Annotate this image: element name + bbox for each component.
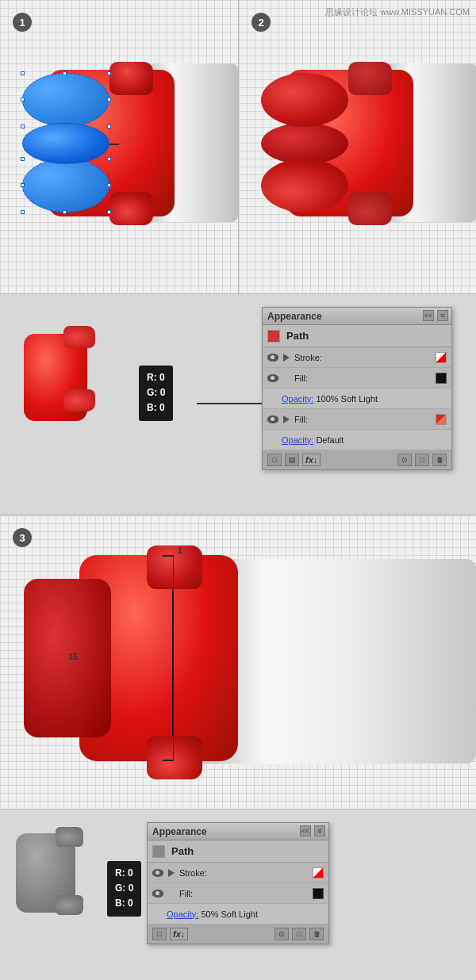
- ap2-opacity-row: Opacity: 50% Soft Light: [148, 904, 328, 924]
- sel-handle-mr: [107, 98, 111, 101]
- preview-ring-bottom-b: [56, 895, 83, 915]
- ap1-header: Appearance << ≡: [263, 308, 451, 325]
- ap1-fill-label-1: Fill:: [294, 373, 436, 383]
- appearance-panel-2: Appearance << ≡ Path Stroke: Fill:: [147, 822, 329, 944]
- ap2-footer-btn-3[interactable]: □: [292, 928, 306, 940]
- red-ring-bottom-2: [348, 192, 392, 225]
- ap2-title: Appearance: [152, 826, 207, 837]
- sel-handle2-tl: [21, 157, 25, 161]
- rgb-r-2: R: 0: [115, 866, 133, 881]
- red-ring-top-2: [348, 62, 392, 95]
- sel-handle-tm: [63, 71, 67, 75]
- ap2-controls[interactable]: << ≡: [300, 825, 325, 836]
- ap1-fill-row-2: Fill:: [263, 409, 451, 430]
- ap2-footer: □ fx↓ ⊙ □ 🗑: [148, 924, 328, 944]
- watermark: 思缘设计论坛 www.MISSYUAN.COM: [325, 6, 470, 18]
- bottom-section: R: 0 G: 0 B: 0 Appearance << ≡ Path Stro…: [0, 809, 476, 980]
- ap1-expand-2[interactable]: [283, 415, 290, 423]
- ap2-header: Appearance << ≡: [148, 823, 328, 840]
- ap1-collapse-btn[interactable]: <<: [423, 310, 434, 321]
- step-3-circle: 3: [13, 528, 32, 547]
- ap2-stroke-swatch[interactable]: [313, 867, 324, 879]
- ap2-eye-2[interactable]: [152, 890, 163, 898]
- ap2-eye-1[interactable]: [152, 869, 163, 877]
- meas-line-v: [173, 555, 174, 761]
- ap2-footer-btn-4[interactable]: 🗑: [309, 928, 324, 940]
- tooltip-connector-1: [197, 403, 268, 404]
- ap2-footer-btn-2[interactable]: ⊙: [274, 928, 289, 940]
- red-side-shape-3: [24, 579, 111, 737]
- meas-tick-bottom: [163, 760, 174, 761]
- preview-ring-top: [63, 326, 95, 348]
- ap2-stroke-label: Stroke:: [179, 868, 313, 878]
- ap1-opacity-link-2[interactable]: Opacity:: [282, 435, 313, 445]
- ap1-footer-btn-4[interactable]: □: [415, 454, 429, 466]
- ap1-eye-3[interactable]: [267, 415, 278, 423]
- ap2-path-icon: [152, 845, 165, 858]
- rgb-g-2: G: 0: [115, 881, 133, 896]
- ap2-opacity-label: Opacity: 50% Soft Light: [167, 909, 324, 919]
- panel-3: 3 1 15: [0, 515, 476, 809]
- dim-label-15: 15: [68, 652, 78, 661]
- ap1-footer-btn-3[interactable]: ⊙: [397, 454, 412, 466]
- ap1-stroke-swatch[interactable]: [436, 352, 447, 363]
- rgb-g-1: G: 0: [147, 385, 165, 400]
- ap1-controls[interactable]: << ≡: [423, 310, 448, 321]
- ap1-footer-btn-2[interactable]: ▤: [285, 454, 299, 466]
- red-shape-bottom-2: [261, 159, 348, 212]
- connector-line-1: [109, 144, 119, 145]
- ap1-opacity-label-1: Opacity: 100% Soft Light: [282, 394, 447, 404]
- preview-ring-top-b: [56, 827, 83, 847]
- ap2-expand-1[interactable]: [168, 869, 175, 877]
- sel-handle2-tr: [107, 157, 111, 161]
- ap1-footer-btn-5[interactable]: 🗑: [432, 454, 447, 466]
- ap1-fill-label-2: Fill:: [294, 415, 436, 424]
- ap2-collapse-btn[interactable]: <<: [300, 825, 311, 836]
- ap1-title: Appearance: [267, 311, 322, 322]
- ap2-fill-row: Fill:: [148, 883, 328, 904]
- ap1-fx-btn[interactable]: fx↓: [302, 454, 321, 466]
- preview-ring-bottom: [63, 389, 95, 412]
- ap2-fill-label: Fill:: [179, 889, 313, 898]
- sel-handle2-mr: [107, 183, 111, 187]
- ap2-path-header: Path: [148, 840, 328, 863]
- sel-handle-bl: [21, 124, 25, 128]
- ap1-fill-swatch-2[interactable]: [436, 414, 447, 425]
- rgb-r-1: R: 0: [147, 370, 165, 385]
- blue-shape-bottom: [22, 159, 109, 212]
- rgb-b-1: B: 0: [147, 400, 165, 415]
- sel-handle2-bl: [21, 210, 25, 214]
- dim-label-1: 1: [178, 546, 182, 555]
- ap2-fx-btn[interactable]: fx↓: [170, 928, 188, 940]
- middle-section: R: 0 G: 0 B: 0 Appearance << ≡ Path Stro…: [0, 293, 476, 515]
- appearance-panel-1: Appearance << ≡ Path Stroke: Fill:: [262, 307, 452, 470]
- ap1-path-icon: [267, 330, 280, 343]
- ap1-expand-1[interactable]: [283, 354, 290, 362]
- red-shape-top-2: [261, 73, 348, 127]
- ap1-eye-2[interactable]: [267, 374, 278, 382]
- ap1-opacity-label-2: Opacity: Default: [282, 435, 447, 445]
- ap2-fill-swatch[interactable]: [313, 888, 324, 899]
- step-2-circle: 2: [251, 13, 271, 32]
- red-ring-top-3: [147, 546, 202, 589]
- ap2-footer-btn-1[interactable]: □: [152, 928, 167, 940]
- ap2-path-label: Path: [171, 845, 194, 857]
- ap2-opacity-link[interactable]: Opacity:: [167, 909, 198, 919]
- ap1-opacity-row-1: Opacity: 100% Soft Light: [263, 389, 451, 409]
- sel-handle2-bm: [63, 210, 67, 214]
- ap1-menu-btn[interactable]: ≡: [437, 310, 448, 321]
- red-ring-top-1: [109, 62, 153, 95]
- ap1-path-label: Path: [286, 330, 309, 342]
- blue-shape-top: [22, 73, 109, 127]
- sel-handle2-br: [107, 210, 111, 214]
- ap1-footer-btn-1[interactable]: □: [267, 454, 282, 466]
- ap1-eye-1[interactable]: [267, 354, 278, 362]
- ap1-opacity-link-1[interactable]: Opacity:: [282, 394, 313, 404]
- ap1-fill-swatch-1[interactable]: [436, 373, 447, 384]
- sel-handle-tr: [107, 71, 111, 75]
- ap1-opacity-row-2: Opacity: Default: [263, 430, 451, 450]
- ap2-stroke-row: Stroke:: [148, 863, 328, 883]
- sel-handle-ml: [21, 98, 25, 101]
- ap2-menu-btn[interactable]: ≡: [314, 825, 325, 836]
- blue-center: [22, 123, 109, 164]
